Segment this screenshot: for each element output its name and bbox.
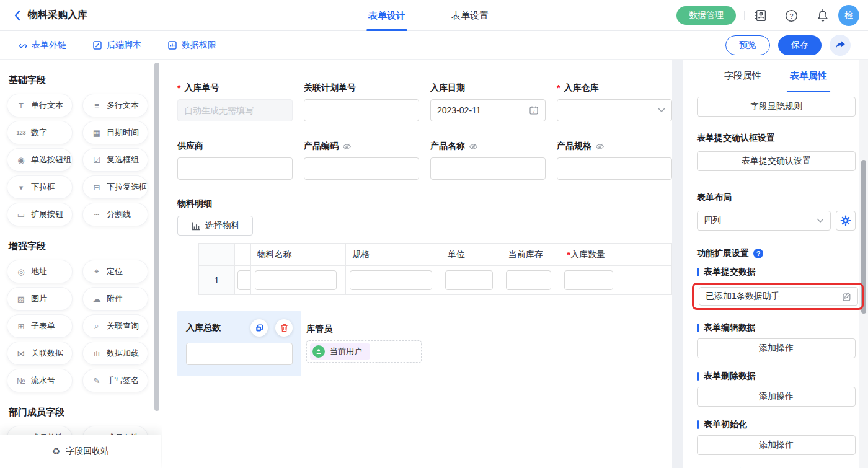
- pill-label: 分割线: [107, 209, 131, 220]
- tab-form-settings[interactable]: 表单设置: [451, 0, 489, 31]
- field-pill-serial-number[interactable]: №流水号: [7, 369, 72, 392]
- section-title-member-fields: 部门成员字段: [9, 407, 162, 418]
- eye-hidden-icon: [469, 142, 478, 151]
- cell-input-clipped[interactable]: [237, 270, 251, 290]
- field-label: 关联计划单号: [304, 82, 356, 94]
- field-pill-signature[interactable]: ✎手写签名: [83, 369, 148, 392]
- data-permission-link[interactable]: 数据权限: [167, 40, 216, 51]
- field-pill-linked-data[interactable]: ⋈关联数据: [7, 342, 72, 364]
- field-pill-divider[interactable]: ┄分割线: [83, 203, 148, 226]
- field-pill-address[interactable]: ◎地址: [7, 260, 72, 283]
- field-warehouse-keeper[interactable]: 库管员 当前用户: [306, 311, 422, 363]
- section-form-init: 表单初始化: [697, 419, 856, 430]
- cell-inbound-qty: [560, 266, 622, 294]
- date-value: 2023-02-11: [437, 105, 481, 115]
- product-spec-input[interactable]: [557, 157, 672, 180]
- back-button[interactable]: [14, 10, 20, 21]
- save-button[interactable]: 保存: [778, 35, 822, 55]
- field-pill-lookup[interactable]: ⌕关联查询: [83, 315, 148, 337]
- form-external-link-label: 表单外链: [32, 40, 66, 51]
- field-pill-multi-dropdown[interactable]: ⊟下拉复选框: [83, 176, 148, 198]
- field-product-spec[interactable]: 产品规格: [557, 140, 672, 180]
- field-pill-attachment[interactable]: ☁附件: [83, 288, 148, 310]
- field-pill-subform[interactable]: ⊞子表单: [7, 315, 72, 337]
- inbound-no-input[interactable]: [177, 99, 293, 121]
- tab-form-design[interactable]: 表单设计: [368, 0, 405, 31]
- chevron-down-icon: [658, 108, 665, 113]
- field-inbound-date[interactable]: 入库日期 2023-02-11 7: [430, 82, 546, 121]
- pill-label: 下拉框: [31, 182, 55, 193]
- form-external-link[interactable]: 表单外链: [17, 40, 66, 51]
- divider: [744, 11, 745, 20]
- field-supplier[interactable]: 供应商: [177, 140, 293, 180]
- pick-material-button[interactable]: 选择物料: [177, 216, 253, 236]
- field-label: 库管员: [306, 323, 422, 335]
- current-stock-input[interactable]: [506, 270, 552, 290]
- user-avatar[interactable]: 检: [838, 5, 859, 26]
- gear-icon: [840, 215, 851, 226]
- page-title[interactable]: 物料采购入库: [28, 9, 87, 25]
- help-badge-icon[interactable]: ?: [753, 249, 763, 258]
- field-pill-locate[interactable]: ⌖定位: [83, 260, 148, 283]
- product-code-input[interactable]: [304, 157, 419, 180]
- current-user-tag[interactable]: 当前用户: [310, 343, 370, 360]
- sidebar-scrollbar[interactable]: [154, 63, 159, 411]
- field-pill-number[interactable]: 123数字: [7, 121, 72, 144]
- field-pill-single-text[interactable]: T单行文本: [7, 94, 72, 117]
- backend-script-link[interactable]: 后端脚本: [92, 40, 141, 51]
- field-inbound-no[interactable]: *入库单号: [177, 82, 293, 121]
- layout-select[interactable]: 四列: [697, 211, 831, 231]
- eye-hidden-icon: [595, 142, 604, 151]
- add-action-button-edit[interactable]: 添加操作: [697, 338, 856, 358]
- layout-settings-button[interactable]: [836, 211, 856, 231]
- field-pill-checkbox-group[interactable]: ☑复选框组: [83, 149, 148, 171]
- product-name-input[interactable]: [430, 157, 546, 180]
- field-pill-image[interactable]: ▨图片: [7, 288, 72, 310]
- field-pill-extend-button[interactable]: ▭扩展按钮: [7, 203, 72, 226]
- field-total-qty-selected[interactable]: 入库总数: [177, 311, 301, 376]
- copy-field-button[interactable]: [250, 319, 268, 337]
- pill-label: 数据加载: [107, 348, 139, 359]
- calendar-icon: 7: [529, 105, 539, 115]
- field-pill-data-load[interactable]: ılı数据加载: [83, 342, 148, 364]
- share-button[interactable]: [830, 35, 851, 56]
- field-pill-multi-text[interactable]: ≡多行文本: [83, 94, 148, 117]
- delete-field-button[interactable]: [275, 319, 293, 337]
- warehouse-select[interactable]: [557, 99, 672, 121]
- material-name-input[interactable]: [255, 270, 337, 290]
- multi-line-text-icon: ≡: [91, 101, 102, 110]
- tab-form-properties[interactable]: 表单属性: [790, 60, 827, 92]
- add-action-button-init[interactable]: 添加操作: [697, 435, 856, 455]
- field-product-name[interactable]: 产品名称: [430, 140, 546, 180]
- supplier-input[interactable]: [177, 157, 293, 180]
- member-picker[interactable]: 当前用户: [306, 340, 422, 363]
- field-recycle-bin[interactable]: ♻ 字段回收站: [0, 435, 161, 468]
- submit-confirm-settings-button[interactable]: 表单提交确认设置: [697, 151, 856, 171]
- contact-book-icon[interactable]: [753, 8, 768, 23]
- layout-select-value: 四列: [704, 215, 721, 226]
- field-visibility-rules-button[interactable]: 字段显隐规则: [697, 97, 856, 117]
- total-qty-input[interactable]: [186, 343, 293, 365]
- link-data-icon: ⋈: [16, 349, 27, 358]
- preview-button[interactable]: 预览: [725, 35, 770, 55]
- spec-input[interactable]: [350, 270, 432, 290]
- calendar-icon: ▦: [91, 128, 102, 138]
- inbound-date-input[interactable]: 2023-02-11 7: [430, 99, 546, 121]
- field-pill-datetime[interactable]: ▦日期时间: [83, 121, 148, 144]
- data-assistant-button[interactable]: 已添加1条数据助手: [699, 287, 858, 306]
- data-manage-button[interactable]: 数据管理: [676, 6, 736, 25]
- plan-no-input[interactable]: [304, 99, 419, 121]
- field-pill-dropdown[interactable]: ▾下拉框: [7, 176, 72, 198]
- notification-bell-icon[interactable]: [815, 8, 830, 23]
- add-action-button-delete[interactable]: 添加操作: [697, 387, 856, 407]
- unit-input[interactable]: [445, 270, 493, 290]
- edit-icon: [842, 292, 851, 301]
- inbound-qty-input[interactable]: [564, 270, 613, 290]
- tab-field-properties[interactable]: 字段属性: [724, 60, 761, 92]
- section-bar: [697, 372, 699, 381]
- field-warehouse[interactable]: *入库仓库: [557, 82, 672, 121]
- field-plan-no[interactable]: 关联计划单号: [304, 82, 419, 121]
- field-product-code[interactable]: 产品编码: [304, 140, 419, 180]
- field-pill-radio-group[interactable]: ◉单选按钮组: [7, 149, 72, 171]
- help-icon[interactable]: ?: [784, 9, 799, 23]
